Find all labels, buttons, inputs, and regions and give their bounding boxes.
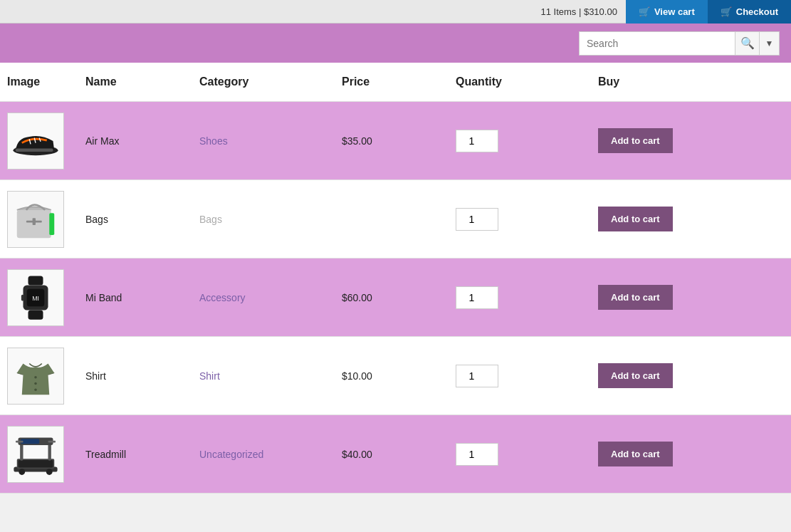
add-to-cart-button-airmax[interactable]: Add to cart xyxy=(598,128,673,153)
product-price-miband: $60.00 xyxy=(342,292,456,303)
svg-rect-14 xyxy=(21,294,24,301)
svg-point-17 xyxy=(34,376,37,379)
product-price-shirt: $10.00 xyxy=(342,370,456,382)
col-quantity: Quantity xyxy=(456,75,598,88)
product-quantity-cell-miband xyxy=(456,286,598,309)
search-bar: 🔍 ▼ xyxy=(0,24,791,63)
svg-rect-9 xyxy=(28,276,43,285)
svg-rect-22 xyxy=(19,459,53,467)
svg-rect-30 xyxy=(48,440,56,442)
product-category-miband: Accessory xyxy=(199,292,342,303)
view-cart-button[interactable]: 🛒 View cart xyxy=(626,0,708,24)
product-image-treadmill xyxy=(7,426,64,483)
product-category-shirt: Shirt xyxy=(199,370,342,382)
product-category-bags: Bags xyxy=(199,214,342,225)
svg-rect-8 xyxy=(33,218,36,225)
quantity-input-airmax[interactable] xyxy=(456,130,498,152)
product-quantity-cell-treadmill xyxy=(456,443,598,466)
product-quantity-cell-shirt xyxy=(456,365,598,387)
add-to-cart-cell-treadmill: Add to cart xyxy=(598,442,712,466)
search-button[interactable]: 🔍 xyxy=(735,31,760,56)
table-row: MI Mi Band Accessory $60.00 Add to cart xyxy=(0,259,791,337)
search-input[interactable] xyxy=(579,31,735,56)
quantity-input-miband[interactable] xyxy=(456,286,498,309)
view-cart-label: View cart xyxy=(654,6,695,17)
quantity-input-shirt[interactable] xyxy=(456,365,498,387)
search-icon: 🔍 xyxy=(740,36,755,50)
table-row: Shirt Shirt $10.00 Add to cart xyxy=(0,337,791,415)
add-to-cart-button-bags[interactable]: Add to cart xyxy=(598,207,673,231)
checkout-button[interactable]: 🛒 Checkout xyxy=(708,0,791,24)
svg-rect-29 xyxy=(16,440,23,442)
chevron-down-icon: ▼ xyxy=(765,38,774,48)
svg-rect-6 xyxy=(49,213,54,235)
cart-info: 11 Items | $310.00 xyxy=(532,6,625,17)
add-to-cart-button-miband[interactable]: Add to cart xyxy=(598,285,673,310)
col-price: Price xyxy=(342,75,456,88)
checkout-label: Checkout xyxy=(736,6,778,17)
product-price-airmax: $35.00 xyxy=(342,135,456,147)
col-buy: Buy xyxy=(598,75,712,88)
table-row: Air Max Shoes $35.00 Add to cart xyxy=(0,102,791,180)
svg-point-18 xyxy=(34,382,37,385)
product-image-miband: MI xyxy=(7,269,64,326)
product-name-airmax: Air Max xyxy=(85,135,199,147)
product-quantity-cell-bags xyxy=(456,208,598,231)
svg-point-27 xyxy=(19,469,25,475)
add-to-cart-cell-shirt: Add to cart xyxy=(598,363,712,388)
col-image: Image xyxy=(7,75,85,88)
svg-point-28 xyxy=(46,469,53,475)
product-category-airmax: Shoes xyxy=(199,135,342,147)
add-to-cart-button-treadmill[interactable]: Add to cart xyxy=(598,442,673,466)
checkout-icon: 🛒 xyxy=(721,6,732,17)
product-image-airmax xyxy=(7,113,64,169)
product-image-bags xyxy=(7,191,64,248)
add-to-cart-button-shirt[interactable]: Add to cart xyxy=(598,363,673,388)
top-bar: 11 Items | $310.00 🛒 View cart 🛒 Checkou… xyxy=(0,0,791,24)
col-category: Category xyxy=(199,75,342,88)
quantity-input-treadmill[interactable] xyxy=(456,443,498,466)
product-name-miband: Mi Band xyxy=(85,292,199,303)
product-list: Air Max Shoes $35.00 Add to cart Bags Ba… xyxy=(0,102,791,494)
table-header: Image Name Category Price Quantity Buy xyxy=(0,63,791,102)
svg-rect-10 xyxy=(28,310,43,319)
product-name-treadmill: Treadmill xyxy=(85,449,199,460)
search-dropdown-button[interactable]: ▼ xyxy=(760,31,780,56)
svg-point-19 xyxy=(34,388,37,391)
product-category-treadmill: Uncategorized xyxy=(199,449,342,460)
table-row: Bags Bags Add to cart xyxy=(0,180,791,259)
add-to-cart-cell-airmax: Add to cart xyxy=(598,128,712,153)
svg-rect-26 xyxy=(21,439,39,444)
product-quantity-cell-airmax xyxy=(456,130,598,152)
cart-icon: 🛒 xyxy=(639,6,650,17)
product-name-shirt: Shirt xyxy=(85,370,199,382)
svg-rect-1 xyxy=(16,148,53,151)
product-name-bags: Bags xyxy=(85,214,199,225)
product-image-shirt xyxy=(7,348,64,405)
add-to-cart-cell-bags: Add to cart xyxy=(598,207,712,231)
svg-text:MI: MI xyxy=(32,294,39,301)
add-to-cart-cell-miband: Add to cart xyxy=(598,285,712,310)
product-price-treadmill: $40.00 xyxy=(342,449,456,460)
table-row: Treadmill Uncategorized $40.00 Add to ca… xyxy=(0,415,791,494)
quantity-input-bags[interactable] xyxy=(456,208,498,231)
col-name: Name xyxy=(85,75,199,88)
